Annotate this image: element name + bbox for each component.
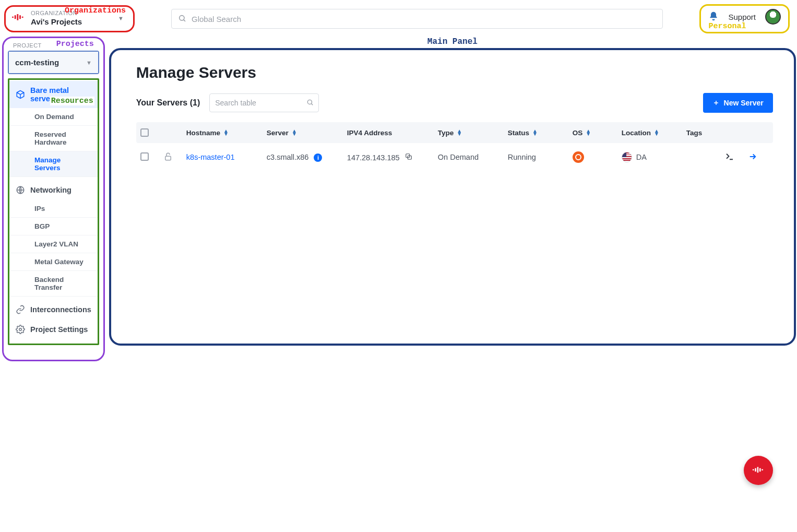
annotation-personal: Personal [708,22,746,31]
ubuntu-icon [573,151,584,163]
support-link[interactable]: Support [728,13,756,21]
nav-metal-gateway[interactable]: Metal Gateway [9,253,98,271]
annotation-resources: Resources [50,97,94,105]
sort-icon: ▲▼ [586,129,591,136]
link-icon [16,305,25,314]
main-area: Main Panel Manage Servers Your Servers (… [109,38,796,346]
resources-nav: Resources Bare metal servers On Demand R… [8,78,99,345]
svg-point-3 [308,100,312,104]
search-icon [306,99,314,108]
col-status[interactable]: Status▲▼ [508,129,570,137]
nav-reserved-hardware[interactable]: Reserved Hardware [9,126,98,151]
gear-icon [16,325,25,334]
svg-point-2 [19,328,22,331]
annotation-projects: Projects [56,40,94,49]
nav-layer2-vlan[interactable]: Layer2 VLAN [9,235,98,253]
server-plan: c3.small.x86 [267,153,309,161]
organization-selector[interactable]: Organizations ORGANIZATION Avi's Project… [4,5,135,32]
notification-bell-icon[interactable] [708,11,719,23]
nav-on-demand[interactable]: On Demand [9,108,98,126]
col-ipv4: IPV4 Address [347,129,436,137]
chevron-down-icon: ▼ [118,15,124,21]
nav-project-settings[interactable]: Project Settings [9,320,98,339]
col-tags: Tags [686,129,723,137]
terminal-icon[interactable] [725,152,746,163]
nav-networking-label: Networking [30,186,72,194]
globe-icon [16,185,25,195]
nav-networking[interactable]: Networking [9,180,98,200]
sort-icon: ▲▼ [532,129,538,136]
nav-interconnections-label: Interconnections [30,305,91,314]
sort-icon: ▲▼ [223,129,229,136]
plus-icon: ＋ [712,98,720,108]
nav-project-settings-label: Project Settings [30,325,88,334]
sort-icon: ▲▼ [457,129,462,136]
chevron-down-icon: ▼ [86,60,92,66]
main-panel: Manage Servers Your Servers (1) ＋ New Se… [109,48,796,346]
brand-logo-icon [11,10,26,27]
server-count: Your Servers (1) [136,98,200,108]
table-row: k8s-master-01 c3.small.x86 i 147.28.143.… [136,143,773,171]
new-server-label: New Server [724,99,764,107]
sort-icon: ▲▼ [292,129,297,136]
select-all-checkbox[interactable] [140,128,149,137]
sort-icon: ▲▼ [654,129,659,136]
col-hostname[interactable]: Hostname▲▼ [186,129,265,137]
table-header: Hostname▲▼ Server▲▼ IPV4 Address Type▲▼ … [136,122,773,143]
new-server-button[interactable]: ＋ New Server [703,93,773,113]
svg-rect-4 [165,156,171,160]
row-checkbox[interactable] [140,152,149,161]
copy-icon[interactable] [405,153,412,162]
col-type[interactable]: Type▲▼ [438,129,506,137]
cube-icon [16,90,25,99]
us-flag-icon [622,152,632,162]
ipv4-address: 147.28.143.185 [347,153,400,162]
servers-table: Hostname▲▼ Server▲▼ IPV4 Address Type▲▼ … [136,122,773,171]
server-type: On Demand [438,153,479,161]
nav-manage-servers[interactable]: Manage Servers [9,151,98,177]
arrow-right-icon[interactable] [748,152,769,163]
nav-bgp[interactable]: BGP [9,218,98,235]
page-title: Manage Servers [136,64,773,81]
info-icon[interactable]: i [314,153,322,162]
personal-area: Support Personal [699,4,790,33]
organization-name: Avi's Projects [31,17,82,27]
table-search[interactable] [209,93,319,112]
project-name: ccm-testing [15,58,59,67]
global-search-input[interactable] [192,15,656,23]
nav-ips[interactable]: IPs [9,200,98,218]
lock-icon [163,152,184,163]
server-toolbar: Your Servers (1) ＋ New Server [136,93,773,113]
annotation-organizations: Organizations [65,6,126,15]
col-location[interactable]: Location▲▼ [622,129,684,137]
chat-fab[interactable] [744,456,773,485]
search-icon [178,14,186,24]
annotation-main-panel: Main Panel [427,37,478,46]
user-avatar[interactable] [765,9,781,25]
project-selector[interactable]: ccm-testing ▼ [9,52,98,73]
server-status: Running [508,153,536,161]
nav-backend-transfer[interactable]: Backend Transfer [9,271,98,297]
table-search-input[interactable] [215,99,306,107]
nav-interconnections[interactable]: Interconnections [9,300,98,320]
svg-point-0 [180,15,184,20]
server-location: DA [636,153,647,161]
col-server[interactable]: Server▲▼ [267,129,345,137]
global-search[interactable] [171,9,663,29]
col-os[interactable]: OS▲▼ [573,129,620,137]
hostname-link[interactable]: k8s-master-01 [186,153,235,161]
projects-column: Projects PROJECT ccm-testing ▼ Resources… [2,37,105,361]
